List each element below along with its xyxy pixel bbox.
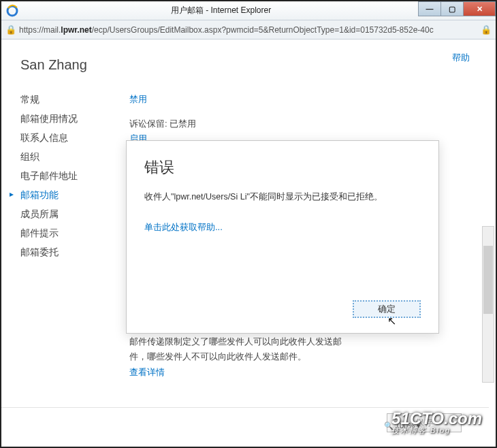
ie-icon — [5, 4, 19, 18]
window-titlebar: 用户邮箱 - Internet Explorer ― ▢ ✕ — [1, 1, 496, 20]
lock-icon: 🔒 — [5, 25, 16, 35]
view-details-link[interactable]: 查看详情 — [129, 367, 165, 377]
zoom-indicator: 🔍 100% ▾ — [384, 421, 421, 430]
nav-contact[interactable]: 联系人信息 — [20, 129, 129, 148]
nav-delegation[interactable]: 邮箱委托 — [20, 243, 129, 262]
delivery-desc: 邮件传递限制定义了哪些发件人可以向此收件人发送邮件，哪些发件人不可以向此收件人发… — [129, 334, 347, 364]
security-icon: 🔒 — [481, 25, 492, 35]
disable-link[interactable]: 禁用 — [129, 94, 147, 104]
address-bar[interactable]: 🔒 https://mail.lpwr.net/ecp/UsersGroups/… — [1, 20, 496, 39]
close-button[interactable]: ✕ — [463, 1, 496, 16]
nav-mailtip[interactable]: 邮件提示 — [20, 224, 129, 243]
error-dialog: 错误 收件人"lpwr.net/Users/Si Li"不能同时显示为已接受和已… — [126, 140, 439, 334]
nav-email[interactable]: 电子邮件地址 — [20, 167, 129, 186]
nav-features[interactable]: 邮箱功能 — [20, 186, 129, 205]
scrollbar-thumb[interactable] — [483, 246, 493, 314]
window-controls: ― ▢ ✕ — [419, 1, 496, 20]
nav-org[interactable]: 组织 — [20, 148, 129, 167]
dialog-title: 错误 — [144, 157, 421, 178]
vertical-scrollbar[interactable] — [482, 226, 494, 383]
page-title: San Zhang — [20, 57, 475, 73]
minimize-button[interactable]: ― — [418, 1, 441, 16]
maximize-button[interactable]: ▢ — [440, 1, 464, 16]
window-title: 用户邮箱 - Internet Explorer — [23, 5, 419, 16]
help-link[interactable]: 帮助 — [452, 52, 470, 64]
url-text: https://mail.lpwr.net/ecp/UsersGroups/Ed… — [19, 25, 434, 35]
sidebar-nav: 常规 邮箱使用情况 联系人信息 组织 电子邮件地址 邮箱功能 成员所属 邮件提示… — [20, 91, 129, 389]
litigation-hold-label: 诉讼保留: 已禁用 — [129, 116, 475, 131]
nav-usage[interactable]: 邮箱使用情况 — [20, 110, 129, 129]
dialog-message: 收件人"lpwr.net/Users/Si Li"不能同时显示为已接受和已拒绝。 — [144, 190, 421, 204]
dialog-help-link[interactable]: 单击此处获取帮助... — [144, 221, 421, 234]
ok-button[interactable]: 确定 — [353, 300, 421, 318]
nav-general[interactable]: 常规 — [20, 91, 129, 110]
nav-memberof[interactable]: 成员所属 — [20, 205, 129, 224]
